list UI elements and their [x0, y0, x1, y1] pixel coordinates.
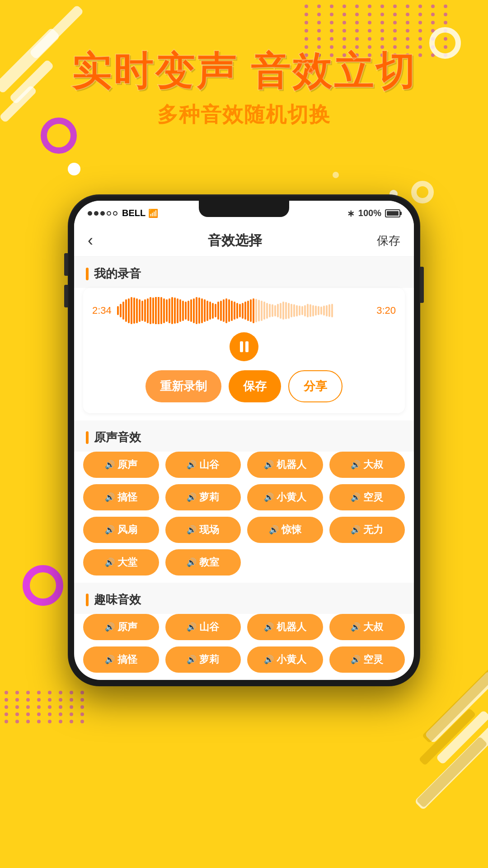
original-effect-chip[interactable]: 🔊教室	[165, 549, 241, 576]
speaker-icon: 🔊	[269, 525, 279, 535]
waveform-bar	[204, 299, 206, 322]
effect-label: 山谷	[199, 458, 219, 472]
fun-effects-header: 趣味音效	[74, 583, 414, 614]
waveform-bar	[125, 299, 127, 322]
original-effect-chip[interactable]: 🔊机器人	[247, 452, 323, 478]
rerecord-button[interactable]: 重新录制	[145, 370, 221, 402]
signal-dot-1	[88, 211, 92, 216]
waveform-bar	[122, 302, 124, 320]
waveform-bar	[301, 306, 303, 315]
power-button	[420, 267, 424, 303]
waveform-bar	[244, 302, 246, 320]
speaker-icon: 🔊	[351, 492, 361, 502]
waveform-bar	[141, 301, 143, 321]
fun-effect-chip[interactable]: 🔊山谷	[165, 614, 241, 640]
fun-effect-chip[interactable]: 🔊原声	[83, 614, 159, 640]
recording-section-header: 我的录音	[74, 257, 414, 288]
waveform-bar	[212, 303, 214, 319]
original-effect-chip[interactable]: 🔊大叔	[329, 452, 405, 478]
waveform-bar	[225, 298, 227, 323]
effect-label: 现场	[199, 523, 219, 537]
original-effect-chip[interactable]: 🔊风扇	[83, 517, 159, 543]
waveform-bar	[304, 305, 306, 316]
waveform-bar	[152, 297, 154, 324]
effect-label: 教室	[199, 556, 219, 569]
waveform-bar	[193, 298, 195, 323]
speaker-icon: 🔊	[351, 525, 361, 535]
phone-screen: BELL 📶 4:21 PM ∗ 100% ‹ 音效选择 保存	[74, 201, 414, 680]
speaker-icon: 🔊	[187, 557, 197, 567]
waveform	[117, 297, 371, 324]
effect-label: 搞怪	[117, 491, 137, 504]
waveform-bar	[258, 300, 260, 321]
fun-effect-chip[interactable]: 🔊小黄人	[247, 646, 323, 673]
original-effect-chip[interactable]: 🔊原声	[83, 452, 159, 478]
waveform-bar	[236, 303, 238, 319]
waveform-bar	[272, 304, 273, 317]
waveform-bar	[117, 306, 119, 315]
waveform-bar	[261, 301, 263, 321]
speaker-icon: 🔊	[264, 492, 274, 502]
screen-title: 音效选择	[208, 231, 262, 250]
fun-effect-chip[interactable]: 🔊搞怪	[83, 646, 159, 673]
speaker-icon: 🔊	[187, 492, 197, 502]
save-recording-button[interactable]: 保存	[229, 370, 281, 402]
waveform-bar	[169, 298, 170, 323]
fun-effects-grid: 🔊原声🔊山谷🔊机器人🔊大叔🔊搞怪🔊萝莉🔊小黄人🔊空灵	[74, 614, 414, 680]
stripe-r3	[414, 722, 488, 811]
original-effect-chip[interactable]: 🔊大堂	[83, 549, 159, 576]
waveform-bar	[188, 301, 189, 321]
share-button[interactable]: 分享	[288, 370, 343, 402]
fun-effect-chip[interactable]: 🔊大叔	[329, 614, 405, 640]
waveform-bar	[150, 297, 151, 324]
effect-label: 萝莉	[199, 491, 219, 504]
original-effect-chip[interactable]: 🔊无力	[329, 517, 405, 543]
speaker-icon: 🔊	[105, 655, 115, 665]
original-effect-chip[interactable]: 🔊山谷	[165, 452, 241, 478]
waveform-bar	[163, 298, 165, 323]
header-save-button[interactable]: 保存	[377, 233, 400, 249]
waveform-bar	[155, 297, 157, 324]
effect-label: 原声	[117, 458, 137, 472]
waveform-bar	[282, 302, 284, 320]
back-button[interactable]: ‹	[88, 231, 93, 250]
speaker-icon: 🔊	[351, 460, 361, 470]
fun-effect-chip[interactable]: 🔊空灵	[329, 646, 405, 673]
effect-label: 机器人	[277, 458, 306, 472]
signal-dot-2	[94, 211, 99, 216]
original-effect-chip[interactable]: 🔊空灵	[329, 484, 405, 510]
original-effect-chip[interactable]: 🔊萝莉	[165, 484, 241, 510]
original-effects-grid: 🔊原声🔊山谷🔊机器人🔊大叔🔊搞怪🔊萝莉🔊小黄人🔊空灵🔊风扇🔊现场🔊惊悚🔊无力🔊大…	[74, 452, 414, 583]
hero-section: 实时变声 音效立切 多种音效随机切换	[0, 50, 488, 129]
fun-effect-chip[interactable]: 🔊机器人	[247, 614, 323, 640]
original-effect-chip[interactable]: 🔊惊悚	[247, 517, 323, 543]
original-effect-chip[interactable]: 🔊现场	[165, 517, 241, 543]
fun-effect-chip[interactable]: 🔊萝莉	[165, 646, 241, 673]
volume-down-button	[64, 285, 68, 307]
gold-stripe-2	[418, 708, 476, 765]
effect-label: 空灵	[363, 653, 383, 666]
waveform-bar	[215, 304, 216, 317]
pause-icon	[240, 341, 249, 352]
volume-up-button	[64, 253, 68, 276]
waveform-bar	[326, 305, 328, 316]
speaker-icon: 🔊	[351, 622, 361, 632]
waveform-bar	[263, 302, 265, 320]
waveform-bar	[160, 297, 162, 324]
waveform-bar	[234, 302, 235, 320]
original-effect-chip[interactable]: 🔊搞怪	[83, 484, 159, 510]
waveform-bar	[288, 303, 290, 319]
effect-label: 大叔	[363, 458, 383, 472]
effect-label: 大堂	[117, 556, 137, 569]
hero-subtitle: 多种音效随机切换	[0, 101, 488, 129]
white-dot-1	[68, 163, 80, 175]
pause-button[interactable]	[230, 332, 258, 361]
battery-icon	[385, 209, 400, 217]
waveform-bar	[158, 297, 160, 324]
speaker-icon: 🔊	[264, 622, 274, 632]
phone-notch	[199, 201, 289, 217]
waveform-bar	[307, 304, 309, 317]
original-effect-chip[interactable]: 🔊小黄人	[247, 484, 323, 510]
effect-label: 搞怪	[117, 653, 137, 666]
waveform-bar	[131, 297, 132, 324]
